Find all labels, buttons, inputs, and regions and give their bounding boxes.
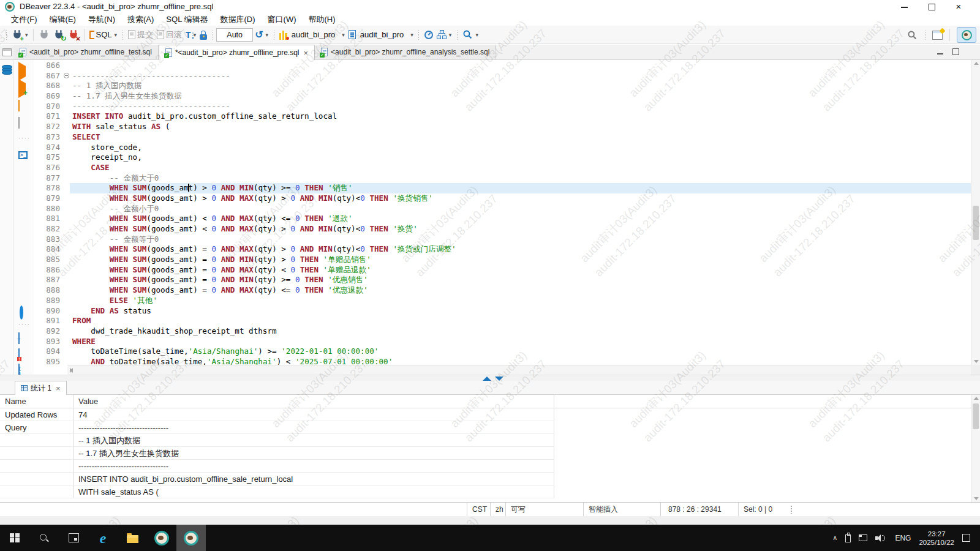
splitter-up-arrow[interactable]	[483, 377, 491, 381]
code-line-880[interactable]: -- 金额小于0	[70, 204, 971, 214]
validate-button[interactable]: !	[18, 349, 20, 360]
quick-access-search-icon[interactable]	[907, 30, 918, 40]
code-line-878[interactable]: WHEN SUM(goods_amt) > 0 AND MIN(qty) >= …	[70, 183, 971, 193]
dbeaver-taskbar-button[interactable]	[147, 525, 176, 551]
editor-settings-button[interactable]	[20, 307, 23, 318]
table-row-5[interactable]: INSERT INTO audit_bi_pro.custom_offline_…	[0, 473, 554, 485]
statistics-tab[interactable]: 统计 1 ×	[15, 381, 67, 395]
code-line-867[interactable]: ----------------------------------	[70, 71, 971, 81]
code-line-871[interactable]: INSERT INTO audit_bi_pro.custom_offline_…	[70, 111, 971, 122]
code-line-866[interactable]	[70, 61, 971, 71]
code-line-888[interactable]: WHEN SUM(goods_amt) = 0 AND MAX(qty) <= …	[70, 285, 971, 296]
table-row-3[interactable]: -- 1.7 插入男生女生换货数据	[0, 447, 554, 460]
export-result-button[interactable]: →	[18, 333, 20, 344]
close-icon[interactable]: ×	[56, 384, 61, 393]
code-line-872[interactable]: WITH sale_status AS (	[70, 122, 971, 132]
scroll-down-arrow[interactable]	[974, 360, 979, 363]
transaction-log-button[interactable]: ↺ ▾	[253, 29, 270, 41]
table-row-6[interactable]: WITH sale_status AS (	[0, 485, 554, 498]
code-line-870[interactable]: ----------------------------------	[70, 102, 971, 112]
menu-item-5[interactable]: 数据库(D)	[214, 13, 262, 26]
dashboard-button[interactable]	[423, 29, 435, 40]
code-line-876[interactable]: CASE	[70, 163, 971, 173]
scroll-right-arrow[interactable]	[70, 368, 73, 373]
output-console-button[interactable]: >_	[18, 148, 28, 159]
minimize-view-icon[interactable]	[937, 48, 944, 56]
editor-tab-2[interactable]: <audit_bi_pro> zhumr_offline_analysis_se…	[315, 45, 496, 59]
maximize-button[interactable]	[927, 2, 936, 11]
menu-item-4[interactable]: SQL 编辑器	[160, 13, 214, 26]
notification-center-icon[interactable]	[962, 534, 970, 542]
code-line-890[interactable]: END AS status	[70, 306, 971, 317]
speaker-icon[interactable]	[875, 533, 887, 542]
results-vertical-scrollbar[interactable]	[971, 395, 980, 502]
minimize-button[interactable]	[900, 2, 909, 11]
code-pane[interactable]: ------------------------------------ 1 插…	[70, 61, 971, 367]
reconnect-button[interactable]: ↻	[51, 28, 66, 42]
dbeaver-perspective-button[interactable]	[957, 27, 976, 43]
code-line-893[interactable]: WHERE	[70, 337, 971, 347]
code-line-875[interactable]: receipt_no,	[70, 152, 971, 163]
caret-position-status[interactable]: 878 : 26 : 29341	[660, 503, 738, 516]
code-line-894[interactable]: toDateTime(sale_time,'Asia/Shanghai') >=…	[70, 347, 971, 357]
scrollbar-thumb[interactable]	[973, 403, 979, 429]
explain-plan-button[interactable]	[18, 118, 20, 129]
execute-script-button[interactable]	[18, 100, 20, 111]
execute-statement-button[interactable]	[18, 66, 26, 77]
column-header-name[interactable]: Name	[0, 395, 74, 408]
search-button[interactable]: ▾	[461, 28, 480, 41]
menu-item-7[interactable]: 帮助(H)	[302, 13, 341, 26]
commit-button[interactable]: 提交	[126, 28, 155, 42]
input-language[interactable]: ENG	[895, 534, 911, 542]
parameters-button[interactable]: ( )	[18, 364, 20, 375]
database-navigator-icon[interactable]	[2, 65, 11, 73]
tray-expand-icon[interactable]: ∧	[832, 534, 837, 542]
code-line-868[interactable]: -- 1 插入国内数据	[70, 81, 971, 91]
menu-item-1[interactable]: 编辑(E)	[43, 13, 82, 26]
connect-button[interactable]	[37, 28, 51, 42]
menu-item-3[interactable]: 搜索(A)	[121, 13, 160, 26]
code-line-877[interactable]: -- 金额大于0	[70, 173, 971, 184]
internet-explorer-button[interactable]: e	[88, 525, 118, 551]
menu-item-2[interactable]: 导航(N)	[82, 13, 121, 26]
disconnect-button[interactable]: ✕	[66, 28, 81, 42]
close-button[interactable]: ×	[954, 2, 963, 11]
menu-item-6[interactable]: 窗口(W)	[262, 13, 303, 26]
scroll-up-arrow[interactable]	[974, 397, 979, 400]
code-line-889[interactable]: ELSE '其他'	[70, 296, 971, 306]
code-line-869[interactable]: -- 1.7 插入男生女生换货数据	[70, 91, 971, 102]
code-line-886[interactable]: WHEN SUM(goods_amt) = 0 AND MAX(qty) < 0…	[70, 265, 971, 276]
rollback-button[interactable]: 回滚	[155, 28, 184, 42]
code-line-882[interactable]: WHEN SUM(goods_amt) < 0 AND MAX(qty) > 0…	[70, 224, 971, 234]
panel-splitter[interactable]	[0, 375, 980, 381]
fold-collapse-icon[interactable]	[64, 73, 69, 78]
code-line-879[interactable]: WHEN SUM(goods_amt) > 0 AND MAX(qty) > 0…	[70, 193, 971, 204]
close-icon[interactable]: ×	[304, 48, 309, 58]
network-icon[interactable]	[859, 534, 867, 541]
start-button[interactable]	[0, 525, 29, 551]
table-row-4[interactable]: ----------------------------------	[0, 460, 554, 473]
dbeaver-taskbar-button-active[interactable]	[176, 525, 206, 551]
network-profile-button[interactable]: ▾	[435, 29, 454, 40]
editor-horizontal-scrollbar[interactable]	[67, 365, 971, 375]
usb-icon[interactable]	[845, 534, 851, 542]
code-line-881[interactable]: WHEN SUM(goods_amt) < 0 AND MAX(qty) <= …	[70, 214, 971, 224]
scroll-down-arrow[interactable]	[974, 497, 979, 500]
sql-editor-button[interactable]: SQL ▾	[88, 29, 119, 40]
task-view-button[interactable]	[59, 525, 88, 551]
taskbar-search-button[interactable]	[29, 525, 59, 551]
schema-selector[interactable]: audit_bi_pro ▾	[347, 29, 415, 40]
splitter-down-arrow[interactable]	[495, 377, 503, 381]
code-line-887[interactable]: WHEN SUM(goods_amt) = 0 AND MIN(qty) >= …	[70, 275, 971, 285]
scrollbar-thumb[interactable]	[973, 206, 979, 240]
maximize-view-icon[interactable]	[952, 48, 959, 55]
table-row-1[interactable]: Query----------------------------------	[0, 421, 554, 434]
code-line-874[interactable]: store_code,	[70, 143, 971, 153]
open-perspective-icon[interactable]	[932, 31, 943, 40]
editor-tab-1[interactable]: *<audit_bi_pro> zhumr_offline_pre.sql×	[159, 45, 315, 60]
new-connection-button[interactable]: + ▾	[10, 28, 30, 42]
code-line-873[interactable]: SELECT	[70, 132, 971, 143]
code-line-884[interactable]: WHEN SUM(goods_amt) = 0 AND MAX(qty) > 0…	[70, 244, 971, 255]
transaction-mode-button[interactable]: T ▾	[184, 29, 198, 40]
table-row-2[interactable]: -- 1 插入国内数据	[0, 434, 554, 447]
